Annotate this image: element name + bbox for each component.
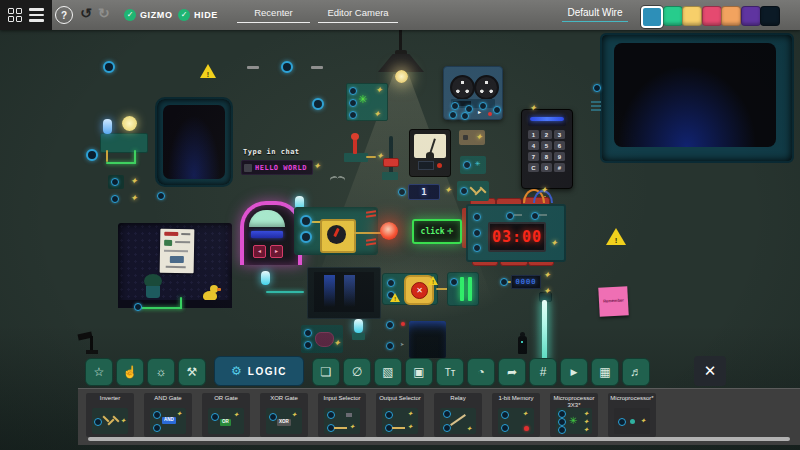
- node[interactable]: [349, 99, 357, 107]
- palette-item-microprocessor[interactable]: Microprocessor* ✦: [608, 393, 656, 437]
- node[interactable]: [506, 212, 514, 220]
- node[interactable]: [465, 105, 473, 113]
- palette-item-xor-gate[interactable]: XOR Gate XOR ✦: [260, 393, 308, 437]
- gate-cluster-board[interactable]: ✳ ✦ ✦: [346, 83, 388, 121]
- connector-icon[interactable]: ✦: [540, 186, 548, 195]
- tab-interact[interactable]: ☝: [116, 358, 144, 386]
- mini-digit-display[interactable]: 0000: [511, 275, 541, 289]
- connector-icon[interactable]: ✦: [543, 271, 551, 280]
- plant-pot[interactable]: [146, 286, 160, 298]
- gizmo-toggle[interactable]: ✓ GIZMO: [124, 9, 173, 21]
- recenter-button[interactable]: Recenter: [237, 7, 310, 23]
- undo-button[interactable]: ↺: [80, 5, 92, 21]
- node[interactable]: [531, 212, 539, 220]
- keypad-key[interactable]: 1: [528, 130, 539, 139]
- grid-view-icon[interactable]: [8, 8, 22, 22]
- hide-toggle[interactable]: ✓ HIDE: [178, 9, 218, 21]
- wire-color-swatch[interactable]: [682, 6, 702, 26]
- slider-track[interactable]: [389, 136, 393, 174]
- node[interactable]: [449, 111, 457, 119]
- node[interactable]: [157, 192, 165, 200]
- editor-camera-button[interactable]: Editor Camera: [318, 7, 398, 23]
- tab-framing[interactable]: ❏: [312, 358, 340, 386]
- node[interactable]: [300, 231, 312, 243]
- wire-color-swatch[interactable]: [760, 6, 780, 26]
- palette-item-1bit-memory[interactable]: 1-bit Memory ✦: [492, 393, 540, 437]
- node[interactable]: [460, 187, 468, 195]
- component-tile[interactable]: ✳: [460, 156, 486, 174]
- jukebox-next-button[interactable]: ▸: [270, 245, 283, 258]
- node[interactable]: [304, 341, 312, 349]
- node[interactable]: [111, 178, 119, 186]
- node[interactable]: [386, 342, 394, 350]
- tab-tools[interactable]: ⚒: [178, 358, 206, 386]
- monitor-menu-icon[interactable]: [591, 101, 601, 103]
- lever-base-board[interactable]: [344, 153, 368, 162]
- chat-display[interactable]: HELLO WORLD: [241, 160, 313, 175]
- light-bulb[interactable]: [122, 116, 137, 131]
- keypad-key[interactable]: 5: [541, 141, 552, 150]
- x-button[interactable]: ✕: [411, 282, 428, 299]
- keypad-key[interactable]: 0: [541, 163, 552, 172]
- slider-handle[interactable]: [383, 158, 399, 167]
- tab-hidden[interactable]: ∅: [343, 358, 371, 386]
- tab-screens[interactable]: ▣: [405, 358, 433, 386]
- component-tile[interactable]: [457, 181, 489, 201]
- tab-logic-active[interactable]: ⚙ LOGIC: [214, 356, 304, 386]
- red-lever[interactable]: [353, 138, 357, 154]
- poster[interactable]: [160, 229, 195, 274]
- connector-icon[interactable]: ✦: [550, 239, 558, 248]
- tab-displays[interactable]: ▦: [591, 358, 619, 386]
- node[interactable]: [281, 61, 293, 73]
- wire-color-swatch[interactable]: [721, 6, 741, 26]
- tab-text[interactable]: Tт: [436, 358, 464, 386]
- keypad-key[interactable]: #: [554, 163, 565, 172]
- node[interactable]: [473, 213, 481, 221]
- wire-color-swatch[interactable]: [663, 6, 683, 26]
- keypad-key[interactable]: C: [528, 163, 539, 172]
- palette-item-inverter[interactable]: Inverter ✦: [86, 393, 134, 437]
- dial-housing[interactable]: [320, 219, 356, 253]
- keypad-key[interactable]: 4: [528, 141, 539, 150]
- tab-favorites[interactable]: ☆: [85, 358, 113, 386]
- counter-display[interactable]: 1: [408, 184, 440, 200]
- node[interactable]: [461, 112, 469, 120]
- node[interactable]: [103, 61, 115, 73]
- node[interactable]: [463, 161, 471, 169]
- connector-icon[interactable]: ✦: [529, 104, 537, 113]
- click-sign[interactable]: click ✛: [412, 219, 462, 244]
- connector-icon[interactable]: ✦: [375, 86, 383, 95]
- component-board[interactable]: ✦: [301, 325, 343, 353]
- tab-audio[interactable]: ♬: [622, 358, 650, 386]
- node[interactable]: [386, 321, 394, 329]
- component-tile[interactable]: ✦: [459, 130, 485, 145]
- node[interactable]: [398, 188, 406, 196]
- keypad-key[interactable]: 2: [541, 130, 552, 139]
- connector-icon[interactable]: ✦: [313, 162, 321, 171]
- sticky-note[interactable]: Remember: [598, 286, 628, 316]
- node[interactable]: [349, 111, 357, 119]
- connector-icon[interactable]: ✦: [333, 339, 341, 348]
- palette-item-relay[interactable]: Relay ✦: [434, 393, 482, 437]
- connector-icon[interactable]: ✦: [130, 194, 138, 203]
- warning-triangle-icon[interactable]: !: [200, 64, 216, 78]
- palette-item-input-selector[interactable]: Input Selector ✦: [318, 393, 366, 437]
- connector-icon[interactable]: ✦: [376, 152, 384, 161]
- tab-numbers[interactable]: #: [529, 358, 557, 386]
- node[interactable]: [473, 244, 481, 252]
- palette-item-or-gate[interactable]: OR Gate OR ✦: [202, 393, 250, 437]
- bomb-timer[interactable]: 03:00 ✦: [466, 204, 566, 262]
- connector-icon[interactable]: ✦: [130, 177, 138, 186]
- tab-lighting[interactable]: ☼: [147, 358, 175, 386]
- level-meter[interactable]: [447, 272, 479, 306]
- connector-icon[interactable]: ✦: [373, 110, 381, 119]
- palette-item-output-selector[interactable]: Output Selector ✦ ✦: [376, 393, 424, 437]
- node[interactable]: [593, 84, 601, 92]
- redo-button[interactable]: ↻: [98, 5, 110, 21]
- analog-gauge[interactable]: [409, 129, 451, 177]
- node[interactable]: [479, 102, 487, 110]
- node[interactable]: [304, 329, 312, 337]
- blue-led[interactable]: [103, 119, 112, 134]
- list-menu-icon[interactable]: [29, 8, 44, 22]
- wire-color-swatch-selected[interactable]: [641, 6, 663, 28]
